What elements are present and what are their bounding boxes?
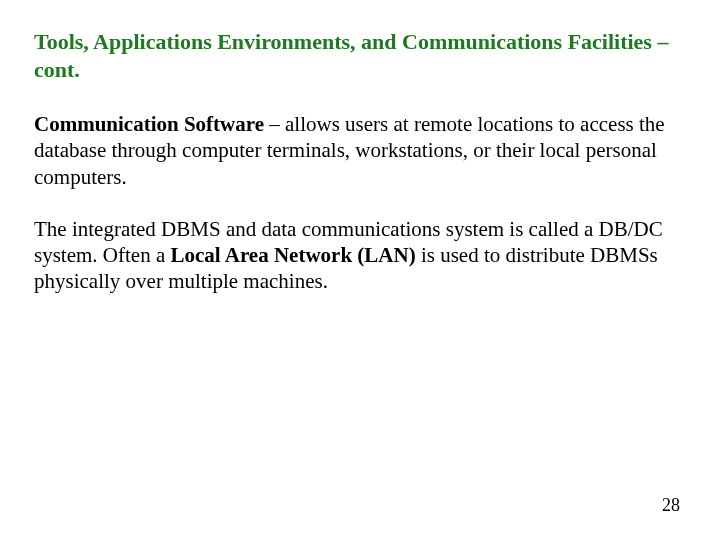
paragraph-1-lead: Communication Software: [34, 112, 264, 136]
paragraph-2-bold: Local Area Network (LAN): [170, 243, 415, 267]
slide-title: Tools, Applications Environments, and Co…: [34, 28, 686, 83]
paragraph-1: Communication Software – allows users at…: [34, 111, 686, 190]
page-number: 28: [662, 495, 680, 516]
paragraph-2: The integrated DBMS and data communicati…: [34, 216, 686, 295]
slide: Tools, Applications Environments, and Co…: [0, 0, 720, 540]
